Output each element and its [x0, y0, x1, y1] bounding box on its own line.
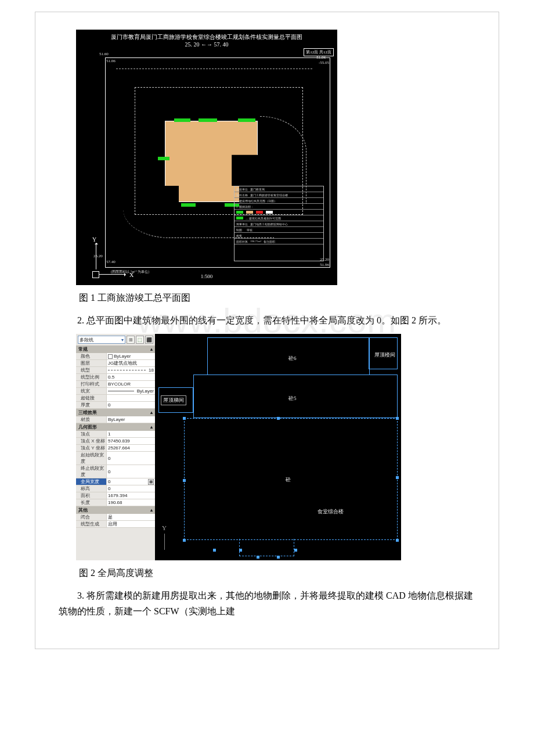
prop-row: 线型18 — [76, 367, 155, 374]
prop-row: 打印样式BYCOLOR — [76, 381, 155, 388]
pickadd-icon[interactable]: ⬚ — [136, 336, 144, 344]
section-other[interactable]: 其他▴ — [76, 506, 155, 514]
label-b5: 砼5 — [288, 395, 297, 402]
label-building-name: 食堂综合楼 — [317, 508, 344, 516]
prop-row: 超链接 — [76, 395, 155, 402]
label-stair-top-right: 屋顶楼间 — [374, 351, 395, 359]
figure-1-caption: 图 1 工商旅游竣工总平面图 — [79, 292, 475, 304]
collapse-icon: ▴ — [150, 424, 153, 430]
prop-row: 材质ByLayer — [76, 416, 155, 423]
grip-handle[interactable] — [213, 549, 216, 552]
stepper-icon[interactable]: ▦ — [148, 479, 154, 485]
prop-row: 线型比例0.5 — [76, 374, 155, 381]
swatch-orange — [246, 211, 253, 214]
grip-handle[interactable] — [396, 476, 399, 479]
prop-row: 线宽ByLayer — [76, 388, 155, 395]
selectobjects-icon[interactable]: ⬛ — [145, 336, 153, 344]
chevron-down-icon: ▾ — [121, 337, 124, 343]
cad1-title: 厦门市教育局厦门工商旅游学校食堂综合楼竣工规划条件核实测量总平面图 25. 20… — [76, 30, 337, 48]
green-marker — [199, 118, 217, 122]
grip-handle[interactable] — [396, 417, 399, 420]
cad1-title-line2: 25. 20 ←→ 57. 40 — [185, 41, 229, 48]
panel-spacer — [76, 528, 155, 560]
coord-tl-1: 51.60 — [99, 52, 109, 56]
cad1-axis-indicator: Y X — [82, 236, 140, 283]
swatch-white — [266, 211, 273, 214]
selected-polyline[interactable] — [184, 418, 398, 540]
cad2-viewport[interactable]: 屋顶楼间 砼6 屋顶梯间 砼5 — [155, 334, 401, 560]
prop-row: 厚度0 — [76, 402, 155, 409]
body-paragraph-2: 2. 总平面图中建筑物最外围的线有一定宽度，需在特性中将全局高度改为 0。如图 … — [59, 312, 475, 328]
properties-panel[interactable]: 多段线 ▾ ⊞ ⬚ ⬛ 常规▴ 颜色ByLayer 图层JG建筑点地线 线型18… — [76, 334, 155, 560]
grip-handle[interactable] — [183, 417, 186, 420]
color-swatch-icon — [108, 354, 113, 359]
collapse-icon: ▴ — [150, 410, 153, 415]
section-general[interactable]: 常规▴ — [76, 345, 155, 353]
prop-row: 顶点 X 坐标57450.839 — [76, 438, 155, 445]
figure-2: 多段线 ▾ ⊞ ⬚ ⬛ 常规▴ 颜色ByLayer 图层JG建筑点地线 线型18… — [76, 334, 401, 560]
prop-row: 顶点 Y 坐标25267.664 — [76, 445, 155, 452]
figure-2-container: 多段线 ▾ ⊞ ⬚ ⬛ 常规▴ 颜色ByLayer 图层JG建筑点地线 线型18… — [59, 334, 475, 560]
cad1-titleblock: 建设单位厦门教育局 项目名称厦门工商旅游学校食堂综合楼 1. 建设用地红线及范围… — [234, 186, 324, 261]
object-type-select[interactable]: 多段线 ▾ — [78, 336, 125, 344]
prop-top-row: 多段线 ▾ ⊞ ⬚ ⬛ — [76, 334, 155, 345]
cad1-area-note: (图面面积以 "m²" 为单位) — [111, 269, 149, 275]
selected-notch — [239, 539, 294, 556]
swatch-green — [236, 211, 243, 214]
prop-row: 线型生成启用 — [76, 521, 155, 528]
grip-handle[interactable] — [277, 417, 280, 420]
grip-handle[interactable] — [183, 479, 186, 482]
green-marker — [174, 118, 190, 122]
axis-origin-box — [92, 271, 99, 278]
prop-row: 顶点1 — [76, 431, 155, 438]
figure-1-container: 厦门市教育局厦门工商旅游学校食堂综合楼竣工规划条件核实测量总平面图 25. 20… — [59, 30, 475, 285]
section-3d[interactable]: 三维效果▴ — [76, 409, 155, 416]
collapse-icon: ▴ — [150, 347, 153, 352]
linetype-icon — [108, 370, 146, 370]
document-page: 厦门市教育局厦门工商旅游学校食堂综合楼竣工规划条件核实测量总平面图 25. 20… — [35, 12, 499, 649]
grip-handle[interactable] — [396, 539, 399, 542]
quickselect-icon[interactable]: ⊞ — [127, 336, 135, 344]
grip-handle[interactable] — [294, 549, 297, 552]
prop-row-globalwidth[interactable]: 全局宽度0▦ — [76, 478, 155, 485]
label-stair-left: 屋顶梯间 — [161, 395, 186, 405]
cad1-title-line1: 厦门市教育局厦门工商旅游学校食堂综合楼竣工规划条件核实测量总平面图 — [111, 34, 302, 40]
body-paragraph-3: 3. 将所需建模的新建用房提取出来，其他的地物删除，并将最终提取的建模 CAD … — [59, 588, 475, 619]
paragraph-2-area: 2. 总平面图中建筑物最外围的线有一定宽度，需在特性中将全局高度改为 0。如图 … — [59, 312, 475, 328]
prop-row: 终止线段宽度0 — [76, 465, 155, 478]
label-b: 砼 — [286, 476, 291, 484]
green-marker — [238, 118, 255, 122]
collapse-icon: ▴ — [150, 507, 153, 513]
cad1-scale: 1:500 — [201, 273, 213, 279]
grip-handle[interactable] — [183, 539, 186, 542]
axis-y-line — [164, 534, 165, 550]
prop-row: 图层JG建筑点地线 — [76, 360, 155, 367]
prop-row: 长度190.68 — [76, 499, 155, 506]
figure-2-caption: 图 2 全局高度调整 — [79, 567, 475, 579]
cad-site-plan: 厦门市教育局厦门工商旅游学校食堂综合楼竣工规划条件核实测量总平面图 25. 20… — [76, 30, 337, 285]
green-marker — [158, 157, 169, 160]
section-geometry[interactable]: 几何图形▴ — [76, 423, 155, 431]
label-b6: 砼6 — [288, 355, 297, 362]
prop-row: 标高0 — [76, 485, 155, 492]
axis-y-arrow — [96, 243, 96, 269]
prop-row: 闭合是 — [76, 514, 155, 521]
prop-row: 起始线段宽度0 — [76, 452, 155, 465]
prop-row: 面积1679.394 — [76, 492, 155, 499]
axis-y-label: Y — [162, 524, 167, 531]
prop-row: 颜色ByLayer — [76, 353, 155, 360]
swatch-red — [256, 211, 263, 214]
lineweight-icon — [108, 391, 134, 391]
